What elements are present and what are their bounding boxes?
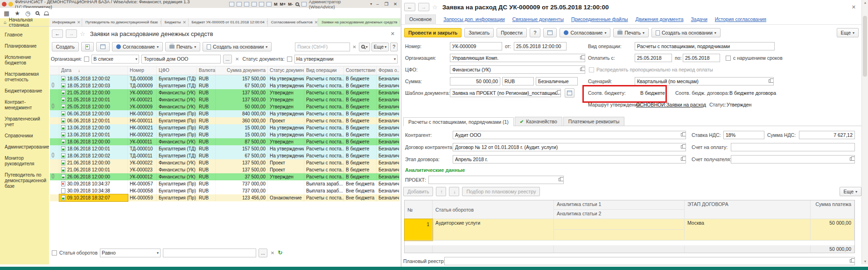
vat-sum-field[interactable]: 7 627,12 [799,131,855,139]
create-copy-button[interactable] [81,42,94,51]
report-button[interactable] [543,28,557,37]
pay-to-field[interactable]: 25.05.2018 [683,54,720,62]
cell-currency[interactable]: RUB [197,194,216,201]
footer-clear-icon[interactable]: ✕ [270,250,275,256]
cell-currency[interactable]: RUB [197,117,216,124]
scrollbar-thumb[interactable] [863,16,867,77]
cell-budget[interactable]: В бюджете [344,75,377,82]
favorites-star-icon[interactable]: ★ [14,10,20,16]
sidebar-item[interactable]: Справочники [0,130,49,142]
print-icon[interactable] [237,2,242,7]
cell-payform[interactable]: Безналич... [377,145,399,152]
post-close-button[interactable]: Провести и закрыть [404,28,462,37]
cell-currency[interactable]: RUB [197,124,216,131]
cell-attachment[interactable] [50,152,59,159]
zoom-icon[interactable] [295,2,299,6]
cell-attachment[interactable] [50,159,59,166]
scenario-field[interactable]: Квартальный (по месяцам) [635,77,774,85]
cell-number[interactable]: ТД-000009 [128,82,157,89]
document-tab[interactable]: Бюджет УК-000005 от 01.01.2018 12:00:04✕ [189,18,268,26]
cell-sum[interactable]: 67 500,00 [216,152,268,159]
cell-operation[interactable]: Расчеты с поста... [304,89,344,96]
cell-operation[interactable]: Расчеты с поста... [304,96,344,103]
optype-field[interactable]: Расчеты с поставщиками, подрядчиками [635,42,775,50]
menu-grid-icon[interactable]: ▦ [4,10,9,16]
sidebar-item[interactable]: Путеводитель по демонстрационной базе [0,170,49,192]
tab-close-icon[interactable]: ✕ [182,20,186,25]
table-row[interactable]: 21.06.2018 12:00:00УК-000022Финансисты (… [50,159,399,166]
org-field[interactable]: Управляющая Комп. [450,54,585,62]
cell-cfo[interactable]: Бухгалтерия (Пр) [157,124,197,131]
help-button[interactable]: ? [390,43,398,51]
choose-icon[interactable] [580,68,583,71]
cell-currency[interactable]: RUB [197,131,216,138]
cell-cfo[interactable]: Бухгалтерия (Пр) [157,110,197,117]
form-nav-tab[interactable]: Движения документа [636,16,684,22]
cell-operation[interactable]: Расчеты с поста... [304,124,344,131]
create-based-button[interactable]: Создать на основании▾ [203,42,272,51]
cell-status[interactable]: На утверждении [268,110,304,117]
cell-status[interactable]: Проект [268,159,304,166]
cell-number[interactable]: НК-000057 [128,180,157,187]
cell-sum[interactable]: 15 000,00 [216,124,268,131]
table-row[interactable]: 30.09.2018 10:34:38НК-000058Бухгалтерия … [50,187,399,194]
column-header[interactable]: Номер [128,66,157,75]
footer-filter-op[interactable]: Равно▾ [100,249,161,257]
notifications-bell-icon[interactable] [44,11,49,15]
memory-store-button[interactable]: M [274,2,278,7]
column-header[interactable]: Сумма документа [216,66,268,75]
template-copy-button[interactable] [565,88,574,98]
table-row[interactable]: 06.06.2018 12:00:00НК-000010Бухгалтерия … [50,110,399,117]
cell-cfo[interactable]: Финансисты (УК) [157,89,197,96]
cell-budget[interactable]: В бюджете [344,145,377,152]
cell-sum[interactable]: 737 000,00 [216,180,268,187]
cell-operation[interactable]: Расчеты с поста... [304,138,344,145]
footer-choose-button[interactable]: ... [259,249,267,257]
cell-budget[interactable]: В бюджете [344,117,377,124]
cell-payform[interactable]: Безналич... [377,173,399,180]
column-header[interactable]: Дата↓ [59,66,128,75]
cell-cfo[interactable]: Бухгалтерия (Пр) [157,180,197,187]
cell-status[interactable] [268,180,304,187]
cell-number[interactable]: НК-000059 [128,194,157,201]
form-forward-button[interactable]: → [418,3,429,11]
close-window-button[interactable]: ✕ [392,1,399,7]
column-header[interactable]: Статус документа [268,66,304,75]
sidebar-item[interactable]: Главное [0,29,49,41]
cell-payform[interactable]: Безналич... [377,152,399,159]
cell-attachment[interactable] [50,131,59,138]
table-row[interactable]: 21.05.2018 12:00:01УК-000021Финансисты (… [50,96,399,103]
cell-attachment[interactable] [50,75,59,82]
column-header[interactable]: Валюта до... [197,66,216,75]
search-button[interactable]: ▾ [359,43,370,51]
restore-button[interactable]: ❐ [383,1,390,7]
cell-budget[interactable]: В бюджете [344,96,377,103]
cell-attachment[interactable] [50,117,59,124]
cell-status[interactable]: Утвержден [268,103,304,110]
cell-date[interactable]: 18.05.2018 12:00:03 [59,82,128,89]
cell-currency[interactable]: RUB [197,89,216,96]
cell-operation[interactable]: Расчеты с поста... [304,166,344,173]
more-menu-button[interactable]: Еще▾ [371,43,389,51]
table-row[interactable]: 09.10.2018 18:32:07НК-000059Бухгалтерия … [50,194,399,201]
choose-icon[interactable] [850,259,853,263]
counterparty-field[interactable]: Аудит ООО [453,131,686,139]
cell-date[interactable]: 21.06.2018 12:00:00 [59,159,128,166]
cell-operation[interactable]: Расчеты с поста... [304,194,344,201]
cell-budget[interactable]: Вне бюджета [344,180,377,187]
cell-operation[interactable]: Расчеты с поста... [304,145,344,152]
add-row-button[interactable]: Добавить [403,187,433,196]
cell-sum[interactable]: 157 500,00 [216,75,268,82]
sidebar-item[interactable]: Планирование [0,41,49,52]
favorite-star-icon[interactable]: ☆ [80,30,85,37]
payform-field[interactable]: Безналичные [536,77,578,85]
form-create-based-button[interactable]: Создать на основании▾ [651,28,721,37]
move-down-button[interactable]: ↓ [449,187,459,196]
org-choose-button[interactable]: ... [223,55,232,64]
form-subtab[interactable]: Платежные реквизиты [563,117,625,126]
cell-attachment[interactable] [50,89,59,96]
cell-sum[interactable]: 50 000,00 [216,103,268,110]
cell-number[interactable]: НК-000021 [128,124,157,131]
document-tab[interactable]: Путеводитель по демонстрационной базе✕ [82,18,161,26]
cell-sum[interactable]: 123 456,00 [216,194,268,201]
